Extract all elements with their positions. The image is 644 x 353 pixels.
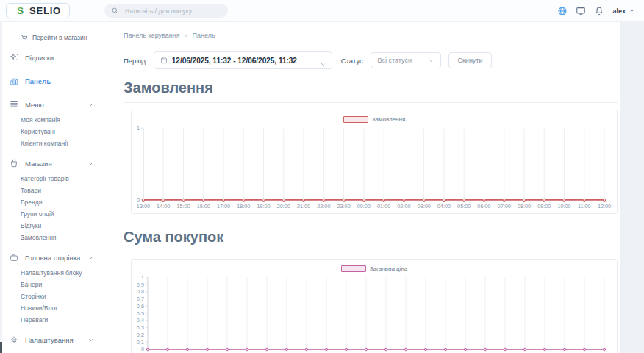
sidebar-subitem[interactable]: Групи опцій: [0, 208, 103, 220]
svg-text:18:00: 18:00: [237, 203, 250, 210]
orders-section-title: Замовлення: [124, 79, 618, 103]
chevron-down-icon: [87, 337, 94, 343]
logo-text: SELIO: [29, 5, 61, 16]
sidebar-item-4[interactable]: Головна сторінка: [0, 248, 103, 267]
purchases-chart: 13:0014:0015:0016:0017:0018:0019:0020:00…: [132, 273, 615, 353]
gear-icon: [9, 335, 19, 345]
period-label: Період:: [124, 57, 148, 65]
sidebar-subitem[interactable]: Користувачі: [0, 126, 103, 138]
purchases-legend[interactable]: Загальна ціна: [132, 260, 617, 272]
status-value: Всі статуси: [377, 57, 428, 64]
bell-icon[interactable]: [594, 6, 604, 16]
sparkle-icon: [9, 52, 19, 63]
reset-button[interactable]: Скинути: [448, 52, 491, 68]
sidebar-item-label: Меню: [25, 101, 44, 109]
svg-text:07:00: 07:00: [498, 203, 511, 210]
nav-group: МагазинКатегорії товарівТовариБрендиГруп…: [0, 154, 103, 243]
sidebar-item-5[interactable]: Налаштування: [0, 330, 103, 349]
sidebar-subitem[interactable]: Моя компанія: [0, 114, 103, 126]
chevron-down-icon: [87, 254, 94, 261]
sidebar-subitem[interactable]: Сторінки: [0, 290, 103, 302]
language-globe-icon[interactable]: [557, 6, 568, 16]
topbar-actions: alex: [557, 6, 644, 16]
status-select[interactable]: Всі статуси: [371, 52, 441, 68]
svg-text:16:00: 16:00: [197, 203, 210, 210]
sidebar-subitem[interactable]: Новини/Блог: [0, 302, 103, 314]
svg-text:21:00: 21:00: [297, 203, 310, 210]
logo[interactable]: S SELIO: [6, 3, 70, 18]
svg-text:00:00: 00:00: [357, 203, 371, 210]
cart-icon: [21, 34, 29, 42]
orders-chart-card: Замовлення 13:0014:0015:0016:0017:0018:0…: [131, 110, 618, 214]
user-menu[interactable]: alex: [612, 7, 635, 15]
breadcrumb-dashboard[interactable]: Панель керування: [124, 32, 180, 39]
period-value: 12/06/2025, 11:32 - 12/06/2025, 11:32: [172, 57, 315, 65]
orders-legend-swatch: [343, 116, 368, 123]
breadcrumb-panel: Панель: [193, 32, 215, 39]
svg-text:0,9: 0,9: [137, 282, 144, 288]
purchases-chart-card: Загальна ціна 13:0014:0015:0016:0017:001…: [131, 259, 618, 353]
sidebar-subitem[interactable]: Відгуки: [0, 220, 103, 232]
sidebar-item-0[interactable]: Підписки: [0, 48, 103, 67]
main-area: Панель керування › Панель Період: 12/06/…: [103, 22, 644, 353]
breadcrumb: Панель керування › Панель: [124, 22, 618, 39]
svg-text:09:00: 09:00: [537, 203, 551, 210]
search-input[interactable]: [124, 7, 221, 15]
svg-text:0,8: 0,8: [137, 288, 144, 295]
period-range-input[interactable]: 12/06/2025, 11:32 - 12/06/2025, 11:32: [154, 51, 332, 69]
svg-text:0: 0: [141, 346, 144, 352]
svg-text:0,3: 0,3: [137, 324, 144, 331]
svg-text:06:00: 06:00: [477, 203, 490, 210]
svg-text:10:00: 10:00: [557, 203, 570, 210]
sidebar-subitem[interactable]: Переваги: [0, 314, 103, 326]
monitor-icon[interactable]: [576, 6, 586, 16]
sidebar-item-1[interactable]: Панель: [0, 71, 103, 90]
clear-period-icon[interactable]: [319, 57, 326, 64]
orders-legend[interactable]: Замовлення: [132, 110, 617, 123]
sidebar-item-label: Головна сторінка: [25, 254, 80, 262]
svg-text:1: 1: [137, 125, 140, 132]
sidebar-item-2[interactable]: Меню: [0, 95, 103, 114]
content-panel: Панель керування › Панель Період: 12/06/…: [103, 22, 620, 353]
sidebar: Перейти в магазин ПідпискиПанельМенюМоя …: [0, 22, 103, 353]
shopping-bag-icon: [9, 158, 19, 168]
sidebar-item-label: Магазин: [25, 160, 52, 168]
sidebar-item-label: Підписки: [25, 54, 54, 62]
sidebar-item-label: Панель: [25, 77, 51, 85]
sidebar-subitem[interactable]: Банери: [0, 279, 103, 290]
status-label: Статус:: [341, 57, 365, 65]
global-search[interactable]: [104, 4, 228, 18]
nav-group: Панель: [0, 71, 103, 90]
svg-text:0,4: 0,4: [137, 317, 144, 324]
purchases-section-title: Сума покупок: [124, 229, 618, 252]
svg-text:17:00: 17:00: [217, 203, 230, 210]
svg-text:20:00: 20:00: [277, 203, 290, 210]
svg-text:22:00: 22:00: [317, 203, 330, 210]
sidebar-subitem[interactable]: Категорії товарів: [0, 173, 103, 185]
sidebar-subitem[interactable]: Замовлення: [0, 232, 103, 243]
svg-text:05:00: 05:00: [457, 203, 471, 210]
sidebar-subitem[interactable]: Товари: [0, 185, 103, 196]
sidebar-subitem[interactable]: Налаштування блоку: [0, 267, 103, 279]
svg-text:03:00: 03:00: [418, 203, 431, 210]
sidebar-subitem[interactable]: Клієнти компанії: [0, 138, 103, 149]
sidebar-subitem[interactable]: Бренди: [0, 196, 103, 208]
go-to-store-link[interactable]: Перейти в магазин: [21, 32, 103, 43]
nav-group: Підписки: [0, 48, 103, 67]
basket-icon: [9, 252, 19, 263]
sidebar-scrollbar-track: [0, 22, 2, 353]
svg-text:0,7: 0,7: [137, 296, 144, 302]
filters-bar: Період: 12/06/2025, 11:32 - 12/06/2025, …: [124, 51, 618, 69]
sidebar-scrollbar-thumb[interactable]: [0, 342, 2, 353]
svg-text:12:00: 12:00: [598, 203, 611, 210]
topbar: S SELIO alex: [0, 0, 644, 22]
svg-text:0,5: 0,5: [137, 310, 144, 317]
svg-text:0,1: 0,1: [137, 339, 144, 346]
nav-group: Налаштування: [0, 330, 103, 349]
sidebar-item-3[interactable]: Магазин: [0, 154, 103, 173]
svg-text:15:00: 15:00: [176, 203, 190, 210]
chevron-down-icon: [87, 101, 94, 108]
svg-text:02:00: 02:00: [397, 203, 410, 210]
nav-group: МенюМоя компаніяКористувачіКлієнти компа…: [0, 95, 103, 149]
svg-text:04:00: 04:00: [437, 203, 451, 210]
